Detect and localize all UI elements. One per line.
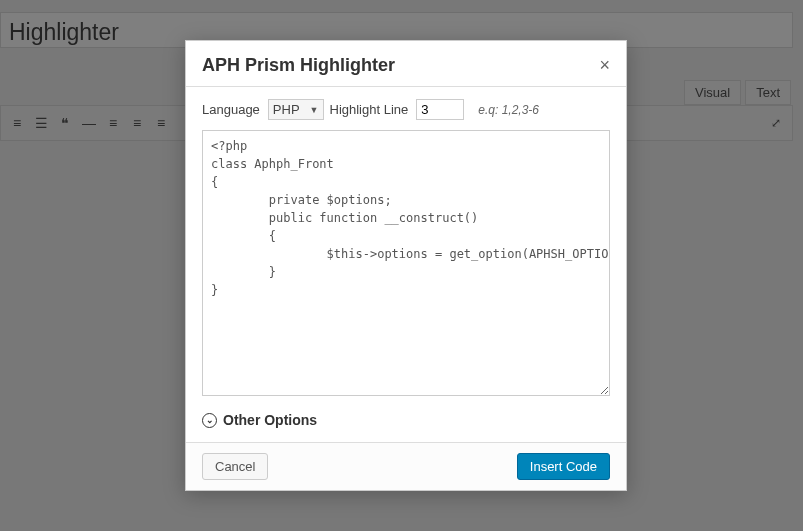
insert-code-button[interactable]: Insert Code xyxy=(517,453,610,480)
modal-footer: Cancel Insert Code xyxy=(186,442,626,490)
highlight-hint: e.q: 1,2,3-6 xyxy=(478,103,539,117)
chevron-down-circle-icon: ⌄ xyxy=(202,413,217,428)
language-select[interactable]: PHP ▼ xyxy=(268,99,324,120)
highlight-line-input[interactable] xyxy=(416,99,464,120)
language-select-value: PHP xyxy=(273,102,300,117)
other-options-label: Other Options xyxy=(223,412,317,428)
chevron-down-icon: ▼ xyxy=(310,105,319,115)
options-row: Language PHP ▼ Highlight Line e.q: 1,2,3… xyxy=(202,99,610,120)
language-label: Language xyxy=(202,102,260,117)
close-icon[interactable]: × xyxy=(599,55,610,76)
modal-body: Language PHP ▼ Highlight Line e.q: 1,2,3… xyxy=(186,87,626,442)
modal-title: APH Prism Highlighter xyxy=(202,55,395,76)
cancel-button[interactable]: Cancel xyxy=(202,453,268,480)
modal-header: APH Prism Highlighter × xyxy=(186,41,626,87)
highlight-line-label: Highlight Line xyxy=(330,102,409,117)
other-options-toggle[interactable]: ⌄ Other Options xyxy=(202,412,610,428)
prism-highlighter-modal: APH Prism Highlighter × Language PHP ▼ H… xyxy=(185,40,627,491)
code-textarea[interactable]: <?php class Aphph_Front { private $optio… xyxy=(202,130,610,396)
